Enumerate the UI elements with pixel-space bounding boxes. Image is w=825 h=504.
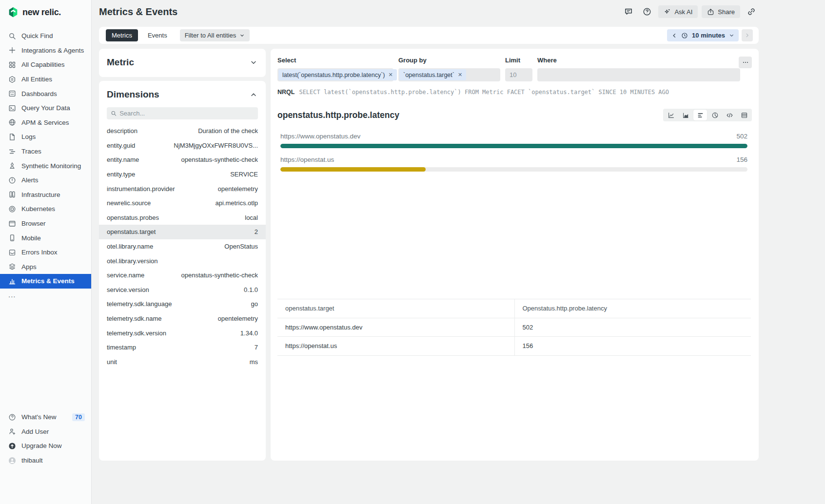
dimension-row[interactable]: service.nameopenstatus-synthetic-check: [99, 268, 266, 283]
remove-token-icon[interactable]: ✕: [389, 72, 393, 78]
bar-chart-icon[interactable]: [693, 110, 707, 120]
sidebar-item-quick-find[interactable]: Quick Find: [0, 29, 91, 43]
where-field[interactable]: [537, 68, 740, 81]
chart-header: openstatus.http.probe.latency: [271, 96, 759, 121]
dimension-name: openstatus.target: [107, 228, 156, 235]
window-icon: [8, 220, 16, 228]
tab-metrics[interactable]: Metrics: [106, 29, 138, 41]
bar-group: https://openstat.us 156: [280, 156, 747, 172]
ellipsis-icon: [742, 59, 749, 66]
sidebar-item-mobile[interactable]: Mobile: [0, 231, 91, 245]
group-by-token: `openstatus.target` ✕: [399, 69, 466, 80]
dimension-search[interactable]: [107, 107, 258, 119]
ask-ai-button[interactable]: Ask AI: [658, 5, 698, 18]
line-chart-icon[interactable]: [664, 110, 678, 120]
help-icon: [643, 7, 651, 16]
upgrade-now-item[interactable]: Upgrade Now: [0, 439, 91, 453]
sidebar-item-dashboards[interactable]: Dashboards: [0, 86, 91, 101]
dimension-value: opentelemetry: [218, 185, 258, 193]
chevron-left-icon[interactable]: [671, 33, 677, 39]
group-by-field[interactable]: `openstatus.target` ✕: [398, 68, 500, 81]
user-account-item[interactable]: thibault: [0, 453, 91, 468]
chevron-up-icon[interactable]: [250, 91, 257, 98]
dimension-row-selected[interactable]: openstatus.target2: [99, 225, 266, 239]
dimension-row[interactable]: instrumentation.provideropentelemetry: [99, 181, 266, 196]
dimension-row[interactable]: telemetry.sdk.languagego: [99, 297, 266, 311]
entity-filter-dropdown[interactable]: Filter to All entities: [180, 29, 250, 41]
chevron-down-icon[interactable]: [250, 59, 257, 66]
search-icon: [111, 110, 117, 116]
sidebar-item-label: Errors Inbox: [21, 249, 58, 256]
table-row: https://www.openstatus.dev 502: [277, 318, 751, 337]
feedback-button[interactable]: [621, 5, 636, 18]
sidebar-item-kubernetes[interactable]: Kubernetes: [0, 202, 91, 216]
sidebar-item-label: Metrics & Events: [21, 277, 75, 285]
sidebar-item-infrastructure[interactable]: Infrastructure: [0, 188, 91, 202]
dimension-value: ms: [250, 358, 258, 366]
entity-filter-label: Filter to All entities: [185, 32, 236, 39]
sidebar-item-label: Traces: [21, 148, 41, 155]
table-view-icon[interactable]: [737, 110, 751, 120]
sparkle-icon: [664, 8, 671, 16]
chart-title: openstatus.http.probe.latency: [277, 110, 399, 120]
sidebar-item-logs[interactable]: Logs: [0, 130, 91, 144]
sidebar-item-integrations[interactable]: Integrations & Agents: [0, 43, 91, 58]
time-forward-button[interactable]: [742, 29, 753, 41]
limit-field[interactable]: 10: [505, 68, 532, 81]
dimension-value: 0.1.0: [244, 286, 258, 293]
dimension-row[interactable]: otel.library.nameOpenStatus: [99, 239, 266, 254]
dimension-row[interactable]: newrelic.sourceapi.metrics.otlp: [99, 196, 266, 211]
pie-chart-icon[interactable]: [708, 110, 722, 120]
search-icon: [8, 32, 16, 40]
more-options-button[interactable]: [739, 57, 752, 68]
whats-new-item[interactable]: What's New 70: [0, 410, 91, 425]
time-picker: 10 minutes: [667, 29, 753, 41]
dimension-row[interactable]: entity.typeSERVICE: [99, 167, 266, 182]
sidebar-item-alerts[interactable]: Alerts: [0, 173, 91, 188]
dimension-search-input[interactable]: [119, 110, 254, 117]
bar-track: [280, 144, 747, 148]
sidebar-item-all-entities[interactable]: All Entities: [0, 72, 91, 87]
dimension-row[interactable]: entity.nameopenstatus-synthetic-check: [99, 153, 266, 167]
remove-token-icon[interactable]: ✕: [458, 72, 462, 78]
sidebar-item-synthetic-monitoring[interactable]: Synthetic Monitoring: [0, 158, 91, 173]
sidebar-item-traces[interactable]: Traces: [0, 144, 91, 159]
code-view-icon[interactable]: [723, 110, 736, 120]
dimension-row[interactable]: entity.guidNjM3MjgyOXxFWFR8U0VS...: [99, 138, 266, 153]
select-token-text: latest(`openstatus.http.probe.latency`): [282, 72, 385, 78]
dimension-row[interactable]: telemetry.sdk.nameopentelemetry: [99, 311, 266, 326]
table-cell: 156: [514, 337, 751, 355]
bar-category-label: https://www.openstatus.dev: [280, 133, 360, 140]
dimension-row[interactable]: unitms: [99, 355, 266, 369]
share-button[interactable]: Share: [702, 5, 740, 18]
query-panel: Select latest(`openstatus.http.probe.lat…: [271, 49, 759, 461]
sidebar-more-button[interactable]: ...: [0, 289, 91, 301]
dimension-row[interactable]: timestamp7: [99, 340, 266, 355]
bar-chart: https://www.openstatus.dev 502 https://o…: [271, 121, 759, 172]
dimension-row[interactable]: openstatus.probeslocal: [99, 211, 266, 225]
sidebar-item-apps[interactable]: Apps: [0, 260, 91, 274]
sidebar-item-apm-services[interactable]: APM & Services: [0, 116, 91, 130]
dimension-row[interactable]: service.version0.1.0: [99, 283, 266, 297]
dimension-row[interactable]: descriptionDuration of the check: [99, 124, 266, 138]
sidebar-item-query-your-data[interactable]: Query Your Data: [0, 101, 91, 116]
area-chart-icon[interactable]: [679, 110, 692, 120]
select-field[interactable]: latest(`openstatus.http.probe.latency`) …: [277, 68, 393, 81]
sidebar-item-errors-inbox[interactable]: Errors Inbox: [0, 245, 91, 260]
dimension-value: 2: [255, 228, 258, 235]
dimension-row[interactable]: otel.library.version: [99, 253, 266, 268]
tab-events[interactable]: Events: [142, 29, 173, 41]
user-name: thibault: [21, 457, 43, 464]
stack-icon: [8, 263, 16, 271]
sidebar-item-metrics-events[interactable]: Metrics & Events: [0, 274, 91, 289]
sidebar-item-browser[interactable]: Browser: [0, 216, 91, 231]
dimension-row[interactable]: telemetry.sdk.version1.34.0: [99, 326, 266, 340]
new-relic-logo[interactable]: new relic.: [0, 0, 91, 18]
nrql-readout: NRQL SELECT latest(`openstatus.http.prob…: [271, 81, 759, 96]
add-user-item[interactable]: Add User: [0, 425, 91, 439]
permalink-button[interactable]: [744, 5, 759, 18]
time-range-dropdown[interactable]: 10 minutes: [667, 29, 739, 41]
table-header-cell: Openstatus.http.probe.latency: [514, 299, 751, 318]
sidebar-item-all-capabilities[interactable]: All Capabilities: [0, 58, 91, 72]
help-button[interactable]: [640, 5, 654, 18]
